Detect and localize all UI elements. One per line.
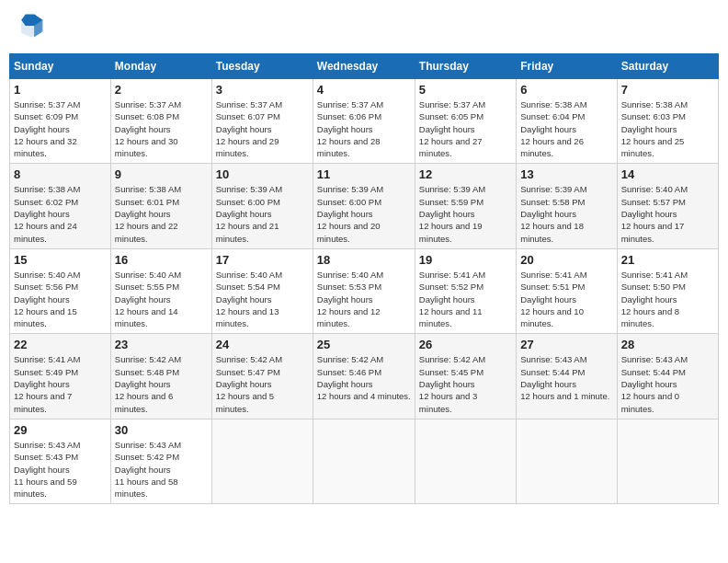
calendar-cell: 25 Sunrise: 5:42 AMSunset: 5:46 PMDaylig… (313, 334, 415, 419)
col-header-sunday: Sunday (10, 54, 111, 79)
day-info: Sunrise: 5:38 AMSunset: 6:01 PMDaylight … (115, 183, 208, 244)
calendar-table: SundayMondayTuesdayWednesdayThursdayFrid… (9, 53, 719, 504)
day-info: Sunrise: 5:41 AMSunset: 5:51 PMDaylight … (520, 269, 612, 329)
day-number: 1 (14, 83, 107, 97)
calendar-cell: 26 Sunrise: 5:42 AMSunset: 5:45 PMDaylig… (415, 334, 516, 419)
day-info: Sunrise: 5:39 AMSunset: 5:59 PMDaylight … (419, 183, 512, 244)
calendar-cell (617, 419, 718, 503)
calendar-cell (415, 419, 516, 503)
day-info: Sunrise: 5:42 AMSunset: 5:47 PMDaylight … (216, 353, 309, 414)
col-header-thursday: Thursday (415, 54, 516, 79)
calendar-cell: 17 Sunrise: 5:40 AMSunset: 5:54 PMDaylig… (211, 248, 313, 333)
day-info: Sunrise: 5:37 AMSunset: 6:05 PMDaylight … (419, 98, 512, 159)
calendar-cell: 27 Sunrise: 5:43 AMSunset: 5:44 PMDaylig… (517, 334, 617, 419)
day-info: Sunrise: 5:39 AMSunset: 5:58 PMDaylight … (520, 183, 612, 244)
day-info: Sunrise: 5:40 AMSunset: 5:53 PMDaylight … (317, 269, 411, 329)
day-number: 4 (317, 83, 411, 97)
day-info: Sunrise: 5:38 AMSunset: 6:02 PMDaylight … (14, 183, 107, 244)
day-number: 11 (317, 167, 411, 181)
day-number: 24 (216, 338, 309, 351)
day-info: Sunrise: 5:40 AMSunset: 5:54 PMDaylight … (216, 269, 309, 329)
calendar-cell: 12 Sunrise: 5:39 AMSunset: 5:59 PMDaylig… (415, 164, 516, 248)
day-number: 19 (419, 253, 512, 267)
day-number: 18 (317, 253, 411, 267)
day-number: 14 (621, 167, 714, 181)
col-header-wednesday: Wednesday (313, 54, 415, 79)
day-info: Sunrise: 5:43 AMSunset: 5:44 PMDaylight … (621, 353, 714, 414)
calendar-row: 1 Sunrise: 5:37 AMSunset: 6:09 PMDayligh… (10, 79, 719, 164)
day-number: 26 (419, 338, 512, 351)
col-header-tuesday: Tuesday (211, 54, 313, 79)
day-info: Sunrise: 5:43 AMSunset: 5:43 PMDaylight … (14, 439, 107, 500)
calendar-cell: 13 Sunrise: 5:39 AMSunset: 5:58 PMDaylig… (517, 164, 617, 248)
col-header-saturday: Saturday (617, 54, 718, 79)
calendar-cell: 28 Sunrise: 5:43 AMSunset: 5:44 PMDaylig… (617, 334, 718, 419)
calendar-cell: 2 Sunrise: 5:37 AMSunset: 6:08 PMDayligh… (110, 79, 211, 164)
day-number: 22 (14, 338, 107, 351)
day-info: Sunrise: 5:42 AMSunset: 5:45 PMDaylight … (419, 353, 512, 414)
day-info: Sunrise: 5:40 AMSunset: 5:55 PMDaylight … (115, 269, 208, 329)
day-number: 16 (115, 253, 208, 267)
calendar-cell: 23 Sunrise: 5:42 AMSunset: 5:48 PMDaylig… (110, 334, 211, 419)
day-info: Sunrise: 5:38 AMSunset: 6:04 PMDaylight … (520, 98, 612, 159)
day-info: Sunrise: 5:38 AMSunset: 6:03 PMDaylight … (621, 98, 714, 159)
day-info: Sunrise: 5:37 AMSunset: 6:09 PMDaylight … (14, 98, 107, 159)
day-info: Sunrise: 5:41 AMSunset: 5:52 PMDaylight … (419, 269, 512, 329)
day-info: Sunrise: 5:40 AMSunset: 5:57 PMDaylight … (621, 183, 714, 244)
day-info: Sunrise: 5:42 AMSunset: 5:48 PMDaylight … (115, 353, 208, 414)
calendar-cell: 19 Sunrise: 5:41 AMSunset: 5:52 PMDaylig… (415, 248, 516, 333)
day-info: Sunrise: 5:37 AMSunset: 6:06 PMDaylight … (317, 98, 411, 159)
calendar-cell: 5 Sunrise: 5:37 AMSunset: 6:05 PMDayligh… (415, 79, 516, 164)
day-number: 10 (216, 167, 309, 181)
day-number: 7 (621, 83, 714, 97)
day-info: Sunrise: 5:41 AMSunset: 5:50 PMDaylight … (621, 269, 714, 329)
day-number: 15 (14, 253, 107, 267)
calendar-row: 15 Sunrise: 5:40 AMSunset: 5:56 PMDaylig… (10, 248, 719, 333)
calendar-cell (211, 419, 313, 503)
day-info: Sunrise: 5:43 AMSunset: 5:44 PMDaylight … (520, 353, 612, 402)
col-header-monday: Monday (110, 54, 211, 79)
day-number: 25 (317, 338, 411, 351)
day-number: 6 (520, 83, 612, 97)
day-info: Sunrise: 5:42 AMSunset: 5:46 PMDaylight … (317, 353, 411, 402)
col-header-friday: Friday (517, 54, 617, 79)
calendar-cell: 18 Sunrise: 5:40 AMSunset: 5:53 PMDaylig… (313, 248, 415, 333)
day-number: 12 (419, 167, 512, 181)
day-info: Sunrise: 5:43 AMSunset: 5:42 PMDaylight … (115, 439, 208, 500)
day-number: 13 (520, 167, 612, 181)
day-number: 30 (115, 423, 208, 437)
day-number: 17 (216, 253, 309, 267)
day-info: Sunrise: 5:39 AMSunset: 6:00 PMDaylight … (216, 183, 309, 244)
calendar-cell: 22 Sunrise: 5:41 AMSunset: 5:49 PMDaylig… (10, 334, 111, 419)
day-number: 27 (520, 338, 612, 351)
calendar-cell: 6 Sunrise: 5:38 AMSunset: 6:04 PMDayligh… (517, 79, 617, 164)
day-number: 29 (14, 423, 107, 437)
calendar-cell: 3 Sunrise: 5:37 AMSunset: 6:07 PMDayligh… (211, 79, 313, 164)
logo (17, 13, 46, 42)
day-number: 9 (115, 167, 208, 181)
calendar-cell: 21 Sunrise: 5:41 AMSunset: 5:50 PMDaylig… (617, 248, 718, 333)
calendar-cell: 24 Sunrise: 5:42 AMSunset: 5:47 PMDaylig… (211, 334, 313, 419)
calendar-cell: 8 Sunrise: 5:38 AMSunset: 6:02 PMDayligh… (10, 164, 111, 248)
day-number: 2 (115, 83, 208, 97)
calendar-row: 22 Sunrise: 5:41 AMSunset: 5:49 PMDaylig… (10, 334, 719, 419)
calendar-cell: 20 Sunrise: 5:41 AMSunset: 5:51 PMDaylig… (517, 248, 617, 333)
day-info: Sunrise: 5:37 AMSunset: 6:08 PMDaylight … (115, 98, 208, 159)
calendar-cell: 14 Sunrise: 5:40 AMSunset: 5:57 PMDaylig… (617, 164, 718, 248)
calendar-cell: 29 Sunrise: 5:43 AMSunset: 5:43 PMDaylig… (10, 419, 111, 503)
calendar-row: 8 Sunrise: 5:38 AMSunset: 6:02 PMDayligh… (10, 164, 719, 248)
calendar-cell: 30 Sunrise: 5:43 AMSunset: 5:42 PMDaylig… (110, 419, 211, 503)
calendar-cell: 10 Sunrise: 5:39 AMSunset: 6:00 PMDaylig… (211, 164, 313, 248)
calendar-cell (313, 419, 415, 503)
day-number: 28 (621, 338, 714, 351)
calendar-cell: 7 Sunrise: 5:38 AMSunset: 6:03 PMDayligh… (617, 79, 718, 164)
day-number: 23 (115, 338, 208, 351)
page-header (9, 9, 719, 46)
calendar-cell (517, 419, 617, 503)
calendar-cell: 1 Sunrise: 5:37 AMSunset: 6:09 PMDayligh… (10, 79, 111, 164)
day-number: 8 (14, 167, 107, 181)
calendar-cell: 16 Sunrise: 5:40 AMSunset: 5:55 PMDaylig… (110, 248, 211, 333)
calendar-cell: 4 Sunrise: 5:37 AMSunset: 6:06 PMDayligh… (313, 79, 415, 164)
calendar-cell: 11 Sunrise: 5:39 AMSunset: 6:00 PMDaylig… (313, 164, 415, 248)
day-number: 5 (419, 83, 512, 97)
